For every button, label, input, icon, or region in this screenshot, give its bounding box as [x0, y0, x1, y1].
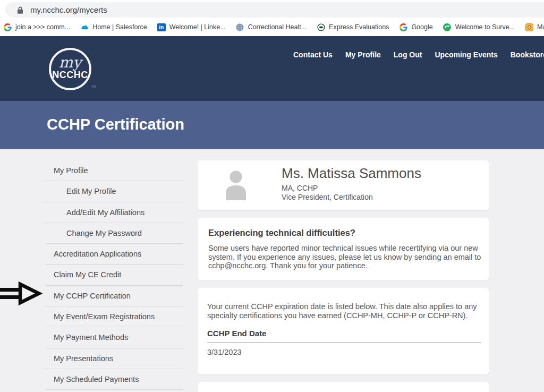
url-bar[interactable]: my.ncchc.org/mycerts [5, 2, 544, 18]
nav-item-bookstore[interactable]: Bookstore [511, 50, 544, 59]
sidebar-item-my-scheduled-payments[interactable]: My Scheduled Payments [45, 369, 183, 390]
green-refresh-icon [443, 23, 452, 31]
bookmark-home-salesforce[interactable]: Home | Salesforce [80, 23, 147, 31]
expiration-card: Your current CCHP expiration date is lis… [198, 288, 489, 374]
bookmark-welcome-linke[interactable]: inWelcome! | Linke... [157, 23, 226, 31]
sidebar-item-add-edit-my-affiliations[interactable]: Add/Edit My Affiliations [45, 202, 183, 223]
sidebar-menu: My ProfileEdit My ProfileAdd/Edit My Aff… [45, 160, 183, 390]
expiration-intro: Your current CCHP expiration date is lis… [207, 302, 481, 320]
linkedin-icon: in [157, 23, 166, 31]
bookmark-label: Google [411, 23, 432, 31]
sidebar-item-accreditation-applications[interactable]: Accreditation Applications [45, 244, 183, 265]
profile-credentials: MA, CCHP [282, 184, 421, 193]
partial-card [198, 382, 489, 392]
bookmark-welcome-to-surve[interactable]: Welcome to Surve... [443, 23, 515, 31]
sidebar-item-my-presentations[interactable]: My Presentations [45, 348, 183, 369]
bookmark-label: join a >>> comm... [15, 23, 70, 31]
google-g-icon [3, 23, 12, 31]
bookmark-google[interactable]: Google [399, 23, 432, 31]
myncchc-logo[interactable]: my NCCHC [49, 48, 91, 90]
top-nav: Contact UsMy ProfileLog OutUpcoming Even… [293, 50, 544, 59]
sidebar-item-my-event-exam-registrations[interactable]: My Event/Exam Registrations [45, 306, 183, 327]
profile-text: Ms. Matissa Sammons MA, CCHP Vice Presid… [282, 165, 421, 202]
sidebar-item-claim-my-ce-credit[interactable]: Claim My CE Credit [45, 265, 183, 285]
page-banner: CCHP Certification [0, 101, 544, 149]
person-avatar-icon [222, 169, 250, 202]
gold-badge-icon [525, 23, 533, 31]
lock-icon[interactable] [17, 6, 23, 14]
bookmark-label: Home | Salesforce [92, 23, 147, 31]
page-title: CCHP Certification [47, 116, 184, 133]
notice-body: Some users have reported minor technical… [208, 244, 482, 270]
notice-heading: Experiencing technical difficulties? [208, 228, 478, 238]
bookmark-label: Express Evaluations [329, 23, 389, 31]
cchp-end-date-value: 3/31/2023 [207, 348, 481, 356]
nav-item-my-profile[interactable]: My Profile [345, 50, 381, 59]
bookmark-label: Welcome! | Linke... [169, 23, 226, 31]
cchp-end-date-header: CCHP End Date [207, 329, 481, 343]
sidebar-item-my-payment-methods[interactable]: My Payment Methods [45, 327, 183, 348]
profile-name: Ms. Matissa Sammons [282, 165, 421, 182]
site-header: my NCCHC TM Contact UsMy ProfileLog OutU… [0, 36, 544, 101]
logo-ncchc-text: NCCHC [52, 70, 88, 80]
bookmarks-bar: join a >>> comm...Home | SalesforceinWel… [3, 20, 544, 34]
logo-trademark: TM [91, 85, 96, 88]
technical-notice-card: Experiencing technical difficulties? Som… [198, 218, 489, 280]
url-text[interactable]: my.ncchc.org/mycerts [30, 5, 107, 14]
screen: my.ncchc.org/mycerts join a >>> comm...H… [0, 0, 544, 392]
nav-item-upcoming-events[interactable]: Upcoming Events [435, 50, 497, 59]
sidebar-item-change-my-password[interactable]: Change My Password [45, 223, 183, 244]
bookmark-label: Matissa [537, 23, 544, 31]
sidebar-item-my-cchp-certification[interactable]: My CCHP Certification [45, 286, 183, 306]
sidebar-item-my-profile[interactable]: My Profile [45, 160, 183, 181]
bookmark-label: Welcome to Surve... [455, 23, 515, 31]
salesforce-cloud-icon [80, 23, 89, 31]
google-g-icon [399, 23, 407, 31]
sidebar-item-edit-my-profile[interactable]: Edit My Profile [45, 181, 183, 202]
profile-card: Ms. Matissa Sammons MA, CCHP Vice Presid… [198, 160, 489, 210]
content-area: My ProfileEdit My ProfileAdd/Edit My Aff… [0, 149, 544, 392]
bookmark-join-a-comm[interactable]: join a >>> comm... [3, 23, 70, 31]
bookmark-express-evaluations[interactable]: Express Evaluations [317, 23, 389, 31]
eye-icon [317, 23, 325, 31]
bookmark-label: Correctional Healt... [248, 23, 307, 31]
nav-item-contact-us[interactable]: Contact Us [293, 50, 333, 59]
annotation-arrow-icon [0, 281, 42, 309]
nav-item-log-out[interactable]: Log Out [394, 50, 422, 59]
bookmark-correctional-healt[interactable]: Correctional Healt... [236, 23, 307, 31]
bookmark-matissa[interactable]: Matissa [525, 23, 544, 31]
globe-icon [236, 23, 244, 31]
browser-chrome: my.ncchc.org/mycerts join a >>> comm...H… [0, 0, 544, 36]
logo-my-text: my [59, 56, 81, 70]
profile-job-title: Vice President, Certification [282, 193, 421, 202]
